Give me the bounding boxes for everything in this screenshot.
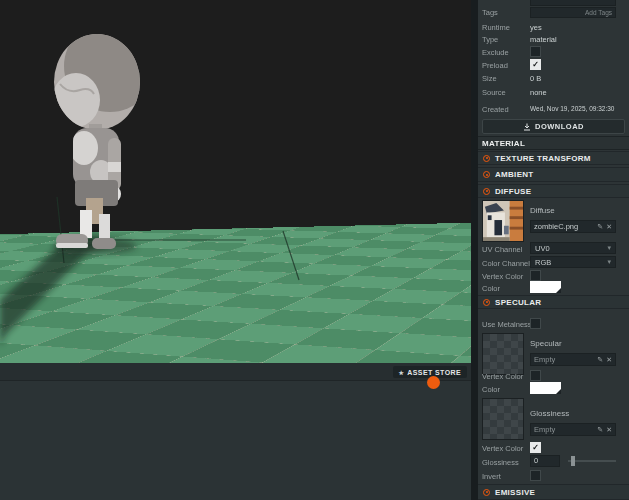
glossiness-vertex-color-checkbox[interactable] (530, 442, 541, 453)
inspector-panel: Tags Add Tags Runtime yes Type material … (478, 0, 629, 500)
panel-divider (471, 0, 478, 500)
glossiness-asset-field[interactable]: Empty ✎ ✕ (530, 423, 616, 436)
source-value: none (530, 88, 547, 97)
zombie-character (52, 20, 156, 249)
gizmo-line (283, 231, 299, 280)
glossiness-number-input[interactable]: 0 (530, 455, 560, 467)
source-label: Source (482, 88, 506, 97)
remove-icon[interactable]: ✕ (606, 426, 612, 434)
size-value: 0 B (530, 74, 541, 83)
exclude-label: Exclude (482, 48, 509, 57)
specular-color-label: Color (482, 385, 500, 394)
section-label: AMBIENT (495, 170, 534, 179)
3d-viewport[interactable] (0, 0, 471, 363)
expand-icon (483, 299, 490, 306)
glossiness-asset-name: Empty (534, 425, 594, 434)
diffuse-vertex-color-checkbox[interactable] (530, 270, 541, 281)
invert-label: Invert (482, 472, 501, 481)
created-label: Created (482, 105, 509, 114)
invert-checkbox[interactable] (530, 470, 541, 481)
truncated-field[interactable] (530, 0, 616, 6)
use-metalness-label: Use Metalness (482, 320, 532, 329)
diffuse-asset-field[interactable]: zombieC.png ✎ ✕ (530, 220, 616, 233)
diffuse-vertex-color-label: Vertex Color (482, 272, 523, 281)
uv-channel-label: UV Channel (482, 245, 522, 254)
glossiness-texture-thumbnail[interactable] (482, 398, 524, 440)
size-label: Size (482, 74, 497, 83)
color-channel-value: RGB (535, 258, 551, 267)
specular-color-swatch[interactable] (530, 382, 561, 394)
created-value: Wed, Nov 19, 2025, 09:32:30 (530, 105, 614, 112)
diffuse-slot-label: Diffuse (530, 206, 555, 215)
uv-channel-select[interactable]: UV0 ▾ (530, 242, 616, 254)
section-emissive[interactable]: EMISSIVE (478, 484, 629, 500)
notification-dot (427, 376, 440, 389)
expand-icon (483, 188, 490, 195)
runtime-value: yes (530, 23, 542, 32)
download-label: DOWNLOAD (535, 122, 584, 131)
tags-placeholder: Add Tags (585, 9, 612, 16)
specular-asset-field[interactable]: Empty ✎ ✕ (530, 353, 616, 366)
specular-vertex-color-checkbox[interactable] (530, 370, 541, 381)
section-diffuse[interactable]: DIFFUSE (478, 184, 629, 198)
section-label: TEXTURE TRANSFORM (495, 154, 591, 163)
tags-label: Tags (482, 8, 498, 17)
asset-store-label: ASSET STORE (407, 369, 461, 376)
character-model (0, 0, 471, 363)
specular-slot-label: Specular (530, 339, 562, 348)
tags-input[interactable]: Add Tags (530, 7, 616, 18)
section-ambient[interactable]: AMBIENT (478, 167, 629, 182)
specular-vertex-color-label: Vertex Color (482, 372, 523, 381)
use-metalness-checkbox[interactable] (530, 318, 541, 329)
color-channel-select[interactable]: RGB ▾ (530, 256, 616, 268)
specular-texture-thumbnail[interactable] (482, 333, 524, 375)
section-texture-transform[interactable]: TEXTURE TRANSFORM (478, 151, 629, 165)
uv-channel-value: UV0 (535, 244, 550, 253)
edit-icon[interactable]: ✎ (597, 356, 603, 364)
type-value: material (530, 35, 557, 44)
download-icon (523, 123, 531, 131)
diffuse-texture-thumbnail[interactable] (482, 200, 524, 242)
glossiness-slider-label: Glossiness (482, 458, 519, 467)
section-label: SPECULAR (495, 298, 541, 307)
edit-icon[interactable]: ✎ (597, 223, 603, 231)
chevron-down-icon: ▾ (607, 244, 611, 252)
assets-toolbar: ★ ASSET STORE (0, 363, 471, 381)
runtime-label: Runtime (482, 23, 510, 32)
specular-asset-name: Empty (534, 355, 594, 364)
glossiness-vertex-color-label: Vertex Color (482, 444, 523, 453)
exclude-checkbox[interactable] (530, 46, 541, 57)
diffuse-color-label: Color (482, 284, 500, 293)
edit-icon[interactable]: ✎ (597, 426, 603, 434)
type-label: Type (482, 35, 498, 44)
preload-label: Preload (482, 61, 508, 70)
playcanvas-editor: ★ ASSET STORE Tags Add Tags Runtime yes … (0, 0, 629, 500)
expand-icon (483, 171, 490, 178)
chevron-down-icon: ▾ (607, 258, 611, 266)
material-header-label: MATERIAL (482, 139, 525, 148)
section-label: EMISSIVE (495, 488, 535, 497)
color-channel-label: Color Channel (482, 259, 530, 268)
glossiness-slider-handle[interactable] (571, 456, 575, 466)
diffuse-asset-name: zombieC.png (534, 222, 594, 231)
remove-icon[interactable]: ✕ (606, 356, 612, 364)
star-icon: ★ (399, 369, 405, 376)
diffuse-color-swatch[interactable] (530, 281, 561, 293)
assets-panel: ★ ASSET STORE (0, 363, 471, 500)
expand-icon (483, 489, 490, 496)
material-header: MATERIAL (478, 136, 629, 150)
preload-checkbox[interactable] (530, 59, 541, 70)
glossiness-slider-track[interactable] (568, 460, 616, 462)
remove-icon[interactable]: ✕ (606, 223, 612, 231)
section-specular[interactable]: SPECULAR (478, 295, 629, 309)
section-label: DIFFUSE (495, 187, 531, 196)
download-button[interactable]: DOWNLOAD (482, 119, 625, 134)
glossiness-slot-label: Glossiness (530, 409, 569, 418)
expand-icon (483, 155, 490, 162)
